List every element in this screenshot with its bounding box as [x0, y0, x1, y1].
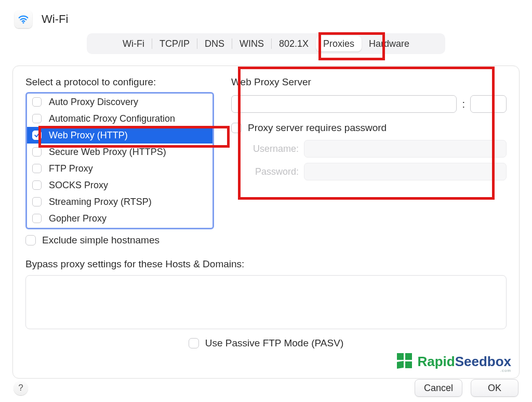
logo-text-rapid: Rapid: [417, 354, 455, 370]
exclude-simple-hostnames-row[interactable]: Exclude simple hostnames: [25, 235, 219, 246]
protocol-label: Streaming Proxy (RTSP): [49, 197, 152, 208]
protocol-row-ftp-proxy[interactable]: FTP Proxy: [27, 160, 212, 177]
requires-password-label: Proxy server requires password: [248, 122, 387, 134]
protocol-column: Select a protocol to configure: Auto Pro…: [25, 76, 219, 246]
tab-wifi[interactable]: Wi-Fi: [115, 36, 152, 51]
tab-bar: Wi-Fi TCP/IP DNS WINS 802.1X Proxies Har…: [87, 33, 445, 54]
help-button[interactable]: ?: [14, 381, 28, 395]
bypass-label: Bypass proxy settings for these Hosts & …: [25, 258, 507, 270]
protocol-label: Gopher Proxy: [49, 213, 107, 224]
tab-hardware[interactable]: Hardware: [362, 36, 417, 51]
proxy-port-input[interactable]: [470, 95, 507, 113]
protocol-label: Web Proxy (HTTP): [49, 130, 128, 141]
ok-button[interactable]: OK: [471, 379, 518, 397]
tab-8021x[interactable]: 802.1X: [272, 36, 316, 51]
rapidseedbox-logo: RapidSeedbox .com: [397, 353, 511, 370]
protocol-list[interactable]: Auto Proxy Discovery Automatic Proxy Con…: [25, 92, 214, 229]
protocol-checkbox[interactable]: [32, 164, 42, 173]
protocol-checkbox[interactable]: [32, 97, 42, 107]
tab-proxies[interactable]: Proxies: [316, 36, 362, 51]
wifi-icon: [15, 10, 32, 28]
protocol-checkbox[interactable]: [32, 114, 42, 123]
protocol-label: Automatic Proxy Configuration: [49, 113, 175, 124]
username-input[interactable]: [304, 140, 507, 158]
passive-ftp-checkbox[interactable]: [189, 338, 199, 348]
rapidseedbox-logo-icon: [397, 353, 414, 370]
protocol-checkbox[interactable]: [32, 214, 42, 223]
passive-ftp-row[interactable]: Use Passive FTP Mode (PASV): [25, 338, 507, 349]
logo-text-sub: .com: [500, 368, 511, 373]
protocol-section-label: Select a protocol to configure:: [25, 76, 219, 88]
bypass-hosts-textarea[interactable]: [25, 275, 507, 329]
protocol-checkbox[interactable]: [32, 131, 42, 140]
protocol-checkbox[interactable]: [32, 147, 42, 157]
exclude-simple-hostnames-checkbox[interactable]: [25, 235, 36, 245]
logo-text-seedbox: Seedbox: [455, 354, 511, 370]
protocol-label: FTP Proxy: [49, 163, 93, 174]
proxies-panel: Select a protocol to configure: Auto Pro…: [12, 66, 520, 379]
protocol-row-gopher-proxy[interactable]: Gopher Proxy: [27, 210, 212, 227]
tab-dns[interactable]: DNS: [197, 36, 232, 51]
host-port-separator: :: [462, 98, 465, 110]
protocol-row-socks-proxy[interactable]: SOCKS Proxy: [27, 177, 212, 193]
protocol-checkbox[interactable]: [32, 180, 42, 190]
protocol-row-automatic-config[interactable]: Automatic Proxy Configuration: [27, 110, 212, 127]
protocol-label: Secure Web Proxy (HTTPS): [49, 147, 166, 158]
header: Wi-Fi: [0, 0, 532, 31]
proxy-host-input[interactable]: [231, 95, 457, 113]
requires-password-checkbox[interactable]: [231, 123, 242, 133]
proxy-server-column: Web Proxy Server : Proxy server requires…: [231, 76, 507, 246]
password-input[interactable]: [304, 163, 507, 180]
protocol-row-streaming-proxy-rtsp[interactable]: Streaming Proxy (RTSP): [27, 193, 212, 210]
svg-point-0: [23, 22, 24, 23]
protocol-label: SOCKS Proxy: [49, 180, 108, 191]
protocol-row-secure-web-proxy-https[interactable]: Secure Web Proxy (HTTPS): [27, 144, 212, 160]
exclude-simple-hostnames-label: Exclude simple hostnames: [42, 235, 159, 246]
username-label: Username:: [231, 144, 304, 154]
proxy-server-title: Web Proxy Server: [231, 76, 507, 88]
protocol-checkbox[interactable]: [32, 197, 42, 206]
page-title: Wi-Fi: [42, 12, 68, 26]
network-prefs-window: Wi-Fi Wi-Fi TCP/IP DNS WINS 802.1X Proxi…: [0, 0, 532, 402]
protocol-row-web-proxy-http[interactable]: Web Proxy (HTTP): [27, 127, 212, 144]
requires-password-row[interactable]: Proxy server requires password: [231, 122, 507, 134]
passive-ftp-label: Use Passive FTP Mode (PASV): [205, 338, 343, 349]
protocol-label: Auto Proxy Discovery: [49, 97, 138, 108]
protocol-row-auto-discovery[interactable]: Auto Proxy Discovery: [27, 94, 212, 110]
password-label: Password:: [231, 166, 304, 177]
tab-tcpip[interactable]: TCP/IP: [152, 36, 197, 51]
footer: ? Cancel OK: [0, 379, 532, 397]
cancel-button[interactable]: Cancel: [415, 379, 462, 397]
tab-wins[interactable]: WINS: [232, 36, 271, 51]
